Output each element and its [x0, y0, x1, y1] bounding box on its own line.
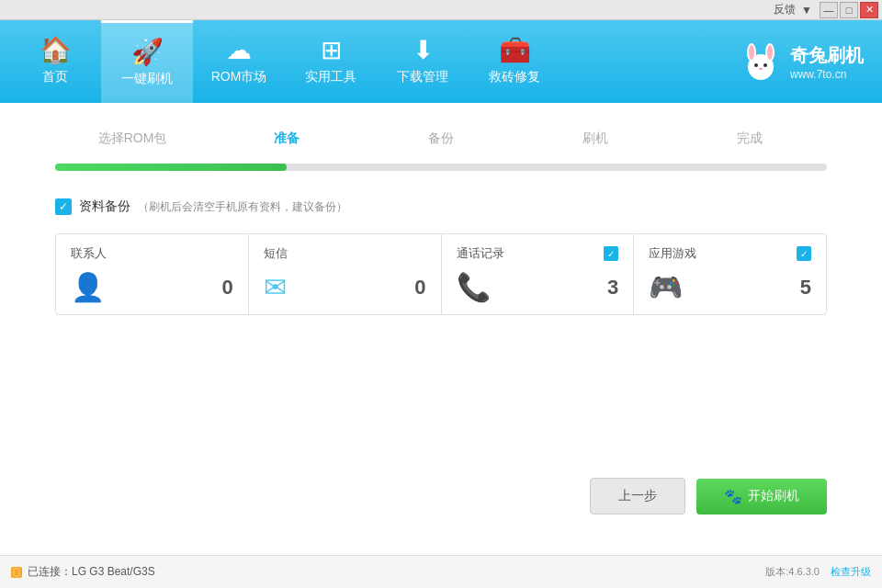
feedback-text[interactable]: 反馈 — [774, 2, 796, 17]
card-count-apps: 5 — [800, 276, 811, 300]
brand-text: 奇兔刷机 www.7to.cn — [790, 43, 864, 81]
brand-url: www.7to.cn — [790, 68, 846, 81]
card-title-contacts: 联系人 — [71, 245, 107, 262]
backup-section: ✓ 资料备份 （刷机后会清空手机原有资料，建议备份） — [55, 198, 827, 215]
step-done: 完成 — [673, 130, 827, 147]
card-title-apps: 应用游戏 — [649, 245, 696, 262]
version-area: 版本:4.6.3.0 检查升级 — [765, 565, 871, 579]
nav-item-home[interactable]: 🏠 首页 — [9, 20, 101, 103]
phone-icon — [12, 568, 21, 577]
card-body-calls: 📞 3 — [457, 271, 619, 303]
card-body-apps: 🎮 5 — [649, 271, 811, 303]
card-icon-contacts: 👤 — [71, 271, 105, 303]
prev-button[interactable]: 上一步 — [590, 478, 685, 514]
nav-icon-flash: 🚀 — [131, 40, 164, 65]
card-icon-sms: ✉ — [264, 271, 287, 303]
data-card-calls: 通话记录 ✓ 📞 3 — [442, 234, 635, 314]
status-bar: 已连接：LG G3 Beat/G3S 版本:4.6.3.0 检查升级 — [0, 555, 882, 588]
update-link[interactable]: 检查升级 — [831, 565, 871, 579]
nav-icon-download: ⬇ — [413, 38, 434, 63]
progress-bar-container — [55, 164, 827, 171]
nav-icon-home: 🏠 — [40, 38, 72, 63]
svg-rect-8 — [14, 569, 19, 576]
backup-desc: （刷机后会清空手机原有资料，建议备份） — [138, 199, 347, 215]
card-header-sms: 短信 — [264, 245, 426, 262]
brand: 奇兔刷机 www.7to.cn — [739, 40, 864, 84]
dropdown-arrow[interactable]: ▼ — [801, 4, 812, 17]
main-content: 选择ROM包准备备份刷机完成 ✓ 资料备份 （刷机后会清空手机原有资料，建议备份… — [0, 103, 882, 555]
header: 🏠 首页 🚀 一键刷机 ☁ ROM市场 ⊞ 实用工具 ⬇ 下载管理 🧰 救砖修复 — [0, 20, 882, 103]
brand-name: 奇兔刷机 — [790, 43, 864, 68]
nav-label-home: 首页 — [42, 69, 68, 85]
step-flash: 刷机 — [518, 130, 673, 147]
nav-label-rom: ROM市场 — [211, 69, 267, 85]
nav-label-flash: 一键刷机 — [121, 71, 173, 87]
backup-title: 资料备份 — [79, 198, 130, 215]
data-cards: 联系人 👤 0 短信 ✉ 0 通话记录 ✓ 📞 3 — [55, 233, 827, 315]
connection-status: 已连接：LG G3 Beat/G3S — [11, 564, 155, 580]
nav-icon-tools: ⊞ — [321, 38, 342, 63]
connection-text: 已连接：LG G3 Beat/G3S — [28, 564, 155, 580]
nav-item-flash[interactable]: 🚀 一键刷机 — [101, 20, 193, 103]
card-icon-apps: 🎮 — [649, 271, 683, 303]
feedback-area: 反馈 ▼ — [774, 2, 812, 17]
svg-point-6 — [763, 63, 767, 67]
card-count-sms: 0 — [414, 276, 425, 300]
card-header-calls: 通话记录 ✓ — [457, 245, 619, 262]
close-button[interactable]: ✕ — [860, 2, 878, 18]
card-checkbox-calls[interactable]: ✓ — [604, 246, 618, 261]
start-flash-label: 开始刷机 — [748, 488, 799, 504]
minimize-button[interactable]: — — [820, 2, 838, 18]
nav-item-tools[interactable]: ⊞ 实用工具 — [285, 20, 377, 103]
card-checkbox-apps[interactable]: ✓ — [797, 246, 811, 261]
nav-label-tools: 实用工具 — [305, 69, 356, 85]
title-bar: 反馈 ▼ — □ ✕ — [0, 0, 882, 20]
card-icon-calls: 📞 — [457, 271, 491, 303]
nav-label-repair: 救砖修复 — [489, 69, 540, 85]
maximize-button[interactable]: □ — [840, 2, 858, 18]
svg-point-5 — [754, 63, 758, 67]
start-flash-button[interactable]: 🐾 开始刷机 — [696, 479, 827, 514]
status-indicator-icon — [11, 567, 22, 578]
footer-buttons: 上一步 🐾 开始刷机 — [590, 478, 827, 514]
step-backup: 备份 — [364, 130, 518, 147]
nav-label-download: 下载管理 — [397, 69, 448, 85]
nav-item-download[interactable]: ⬇ 下载管理 — [377, 20, 469, 103]
data-card-sms: 短信 ✉ 0 — [249, 234, 442, 314]
card-header-apps: 应用游戏 ✓ — [649, 245, 811, 262]
step-prepare: 准备 — [209, 130, 364, 147]
card-count-contacts: 0 — [222, 276, 233, 300]
nav-icon-repair: 🧰 — [499, 38, 531, 63]
data-card-apps: 应用游戏 ✓ 🎮 5 — [634, 234, 826, 314]
brand-logo — [739, 40, 783, 84]
backup-checkbox[interactable]: ✓ — [55, 198, 72, 215]
nav-icon-rom: ☁ — [226, 38, 252, 63]
data-card-contacts: 联系人 👤 0 — [56, 234, 249, 314]
svg-point-4 — [767, 45, 773, 60]
step-select_rom: 选择ROM包 — [55, 130, 209, 147]
card-title-sms: 短信 — [264, 245, 288, 262]
version-text: 版本:4.6.3.0 — [765, 565, 820, 579]
nav-item-repair[interactable]: 🧰 救砖修复 — [469, 20, 560, 103]
progress-fill — [55, 164, 287, 171]
steps-container: 选择ROM包准备备份刷机完成 — [55, 130, 827, 147]
svg-point-7 — [759, 68, 763, 70]
card-body-contacts: 👤 0 — [71, 271, 233, 303]
card-title-calls: 通话记录 — [457, 245, 504, 262]
svg-point-2 — [749, 45, 754, 60]
card-body-sms: ✉ 0 — [264, 271, 426, 303]
card-count-calls: 3 — [607, 276, 618, 300]
nav-item-rom[interactable]: ☁ ROM市场 — [193, 20, 285, 103]
card-header-contacts: 联系人 — [71, 245, 233, 262]
window-controls: — □ ✕ — [820, 2, 878, 18]
